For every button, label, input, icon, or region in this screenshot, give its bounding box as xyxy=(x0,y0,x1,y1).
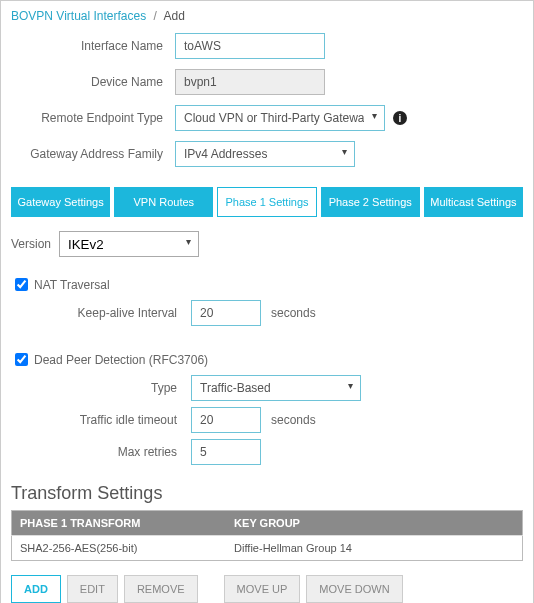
table-header-row: PHASE 1 TRANSFORM KEY GROUP xyxy=(12,511,523,536)
row-interface-name: Interface Name xyxy=(11,33,523,59)
row-dpd-type: Type Traffic-Based xyxy=(11,375,523,401)
col-phase1-transform: PHASE 1 TRANSFORM xyxy=(12,511,227,536)
idle-timeout-input[interactable] xyxy=(191,407,261,433)
row-gateway-family: Gateway Address Family IPv4 Addresses xyxy=(11,141,523,167)
dpd-type-label: Type xyxy=(11,381,191,395)
device-name-input xyxy=(175,69,325,95)
add-button[interactable]: ADD xyxy=(11,575,61,603)
row-device-name: Device Name xyxy=(11,69,523,95)
edit-button[interactable]: EDIT xyxy=(67,575,118,603)
tab-phase1-settings[interactable]: Phase 1 Settings xyxy=(217,187,316,217)
row-version: Version IKEv2 xyxy=(11,231,523,257)
tab-vpn-routes[interactable]: VPN Routes xyxy=(114,187,213,217)
cell-keygroup: Diffie-Hellman Group 14 xyxy=(226,536,522,561)
version-label: Version xyxy=(11,237,51,251)
breadcrumb: BOVPN Virtual Interfaces / Add xyxy=(11,9,523,23)
transform-table: PHASE 1 TRANSFORM KEY GROUP SHA2-256-AES… xyxy=(11,510,523,561)
keepalive-label: Keep-alive Interval xyxy=(11,306,191,320)
interface-name-label: Interface Name xyxy=(11,39,175,53)
remote-endpoint-select[interactable]: Cloud VPN or Third-Party Gateway xyxy=(175,105,385,131)
row-max-retries: Max retries xyxy=(11,439,523,465)
remote-endpoint-label: Remote Endpoint Type xyxy=(11,111,175,125)
table-row[interactable]: SHA2-256-AES(256-bit) Diffie-Hellman Gro… xyxy=(12,536,523,561)
idle-timeout-label: Traffic idle timeout xyxy=(11,413,191,427)
info-icon[interactable]: i xyxy=(393,111,407,125)
nat-traversal-checkbox[interactable] xyxy=(15,278,28,291)
row-remote-endpoint: Remote Endpoint Type Cloud VPN or Third-… xyxy=(11,105,523,131)
keepalive-input[interactable] xyxy=(191,300,261,326)
button-row: ADD EDIT REMOVE MOVE UP MOVE DOWN xyxy=(11,575,523,603)
breadcrumb-sep: / xyxy=(154,9,157,23)
max-retries-input[interactable] xyxy=(191,439,261,465)
tab-phase2-settings[interactable]: Phase 2 Settings xyxy=(321,187,420,217)
row-nat-traversal: NAT Traversal xyxy=(11,275,523,294)
remove-button[interactable]: REMOVE xyxy=(124,575,198,603)
dpd-checkbox[interactable] xyxy=(15,353,28,366)
moveup-button[interactable]: MOVE UP xyxy=(224,575,301,603)
dpd-label: Dead Peer Detection (RFC3706) xyxy=(34,353,208,367)
row-dpd: Dead Peer Detection (RFC3706) xyxy=(11,350,523,369)
page-container: BOVPN Virtual Interfaces / Add Interface… xyxy=(0,0,534,603)
tab-multicast-settings[interactable]: Multicast Settings xyxy=(424,187,523,217)
tab-bar: Gateway Settings VPN Routes Phase 1 Sett… xyxy=(11,187,523,217)
dpd-type-select[interactable]: Traffic-Based xyxy=(191,375,361,401)
interface-name-input[interactable] xyxy=(175,33,325,59)
gateway-family-label: Gateway Address Family xyxy=(11,147,175,161)
movedown-button[interactable]: MOVE DOWN xyxy=(306,575,402,603)
version-select[interactable]: IKEv2 xyxy=(59,231,199,257)
row-idle-timeout: Traffic idle timeout seconds xyxy=(11,407,523,433)
breadcrumb-parent-link[interactable]: BOVPN Virtual Interfaces xyxy=(11,9,146,23)
keepalive-unit: seconds xyxy=(271,306,316,320)
tab-gateway-settings[interactable]: Gateway Settings xyxy=(11,187,110,217)
idle-timeout-unit: seconds xyxy=(271,413,316,427)
breadcrumb-current: Add xyxy=(164,9,185,23)
col-key-group: KEY GROUP xyxy=(226,511,522,536)
gateway-family-select[interactable]: IPv4 Addresses xyxy=(175,141,355,167)
transform-heading: Transform Settings xyxy=(11,483,523,504)
nat-traversal-label: NAT Traversal xyxy=(34,278,110,292)
max-retries-label: Max retries xyxy=(11,445,191,459)
device-name-label: Device Name xyxy=(11,75,175,89)
row-keepalive: Keep-alive Interval seconds xyxy=(11,300,523,326)
cell-transform: SHA2-256-AES(256-bit) xyxy=(12,536,227,561)
